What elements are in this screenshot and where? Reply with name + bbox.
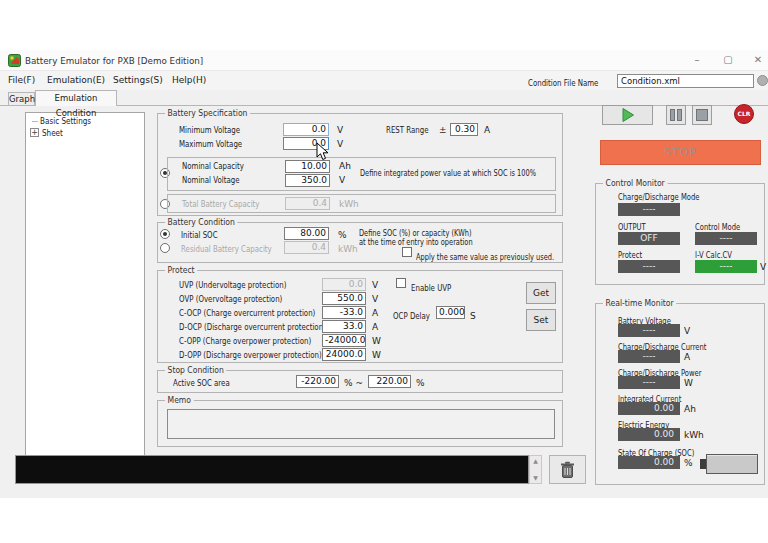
ocp-delay-unit: S (470, 311, 476, 321)
ocp-delay-input[interactable]: 0.000 (436, 306, 465, 319)
tree-line (32, 121, 38, 122)
log-console (15, 455, 529, 484)
battery-condition-group: Battery Condition Initial SOC 80.00 % Re… (157, 222, 563, 263)
soc-area-separator: % ~ (344, 378, 363, 388)
d-opp-input[interactable]: 24000.0 (322, 348, 366, 361)
control-monitor-group: Control Monitor Charge/Discharge Mode --… (595, 183, 765, 285)
charge-discharge-mode-value: ---- (618, 203, 680, 216)
c-opp-input[interactable]: -24000.0 (322, 334, 366, 347)
iv-calc-value: ---- (695, 260, 757, 273)
max-voltage-label: Maximum Voltage (179, 139, 242, 149)
nominal-voltage-unit: V (339, 175, 345, 185)
residual-unit: kWh (338, 244, 358, 254)
enable-uvp-checkbox[interactable] (396, 278, 406, 288)
ocp-delay-label: OCP Delay (393, 311, 430, 321)
mouse-cursor (316, 142, 330, 162)
play-button[interactable] (602, 105, 653, 125)
protect-title: Protect (165, 265, 197, 276)
initial-soc-label: Initial SOC (181, 230, 218, 240)
nominal-capacity-label: Nominal Capacity (182, 161, 244, 171)
settings-tree: Basic Settings Sheet (25, 112, 145, 456)
soc-value: 0.00 (618, 456, 680, 469)
c-opp-unit: W (372, 336, 381, 346)
soc-unit: % (684, 457, 693, 469)
soc-note-line2: at the time of entry into operation (359, 237, 473, 247)
initial-soc-input[interactable]: 80.00 (284, 227, 329, 240)
stop-condition-title: Stop Condition (165, 365, 226, 376)
ovp-unit: V (372, 294, 378, 304)
stop-square-icon (695, 108, 709, 122)
iv-calc-unit: V (760, 261, 766, 273)
electric-energy-unit: kWh (684, 429, 704, 441)
uvp-unit: V (372, 280, 378, 290)
control-mode-value: ---- (695, 232, 757, 245)
d-ocp-label: D-OCP (Discharge overcurrent protection) (179, 322, 326, 332)
nominal-capacity-unit: Ah (339, 161, 351, 171)
rest-range-input[interactable]: 0.30 (450, 123, 478, 136)
min-voltage-input[interactable]: 0.0 (283, 123, 329, 136)
scroll-down-icon[interactable]: ▼ (530, 474, 541, 482)
menu-file[interactable]: File(F) (8, 75, 35, 85)
tab-strip: Graph Emulation Condition (0, 90, 768, 106)
minimize-icon[interactable]: – (688, 52, 706, 68)
ovp-label: OVP (Overvoltage protection) (179, 294, 282, 304)
clr-button[interactable]: CLR (734, 104, 754, 124)
residual-label: Residual Battery Capacity (181, 244, 272, 254)
c-ocp-unit: A (372, 308, 378, 318)
maximize-icon[interactable]: ▢ (719, 52, 737, 68)
tab-emulation-condition[interactable]: Emulation Condition (35, 90, 117, 106)
min-voltage-unit: V (337, 125, 343, 135)
nominal-voltage-input[interactable]: 350.0 (285, 174, 330, 187)
cd-current-value: ---- (618, 350, 680, 363)
menu-settings[interactable]: Settings(S) (113, 75, 163, 85)
output-label: OUTPUT (618, 222, 646, 232)
cd-power-value: ---- (618, 376, 680, 389)
min-voltage-label: Minimum Voltage (179, 125, 240, 135)
rest-range-label: REST Range (386, 125, 429, 135)
pause-button[interactable] (666, 105, 686, 125)
close-icon[interactable]: ✕ (749, 52, 767, 68)
tree-expander-icon[interactable] (30, 128, 39, 137)
condition-file-label: Condition File Name (528, 78, 598, 88)
memo-textarea[interactable] (167, 409, 555, 439)
trash-button[interactable] (549, 455, 586, 484)
total-capacity-box: Total Battery Capacity 0.4 kWh (167, 194, 556, 213)
battery-condition-title: Battery Condition (165, 217, 237, 228)
rest-range-unit: A (484, 125, 490, 135)
integrated-current-unit: Ah (684, 403, 696, 415)
scroll-up-icon[interactable]: ▲ (530, 457, 541, 465)
console-scrollbar[interactable]: ▲ ▼ (529, 455, 542, 484)
soc-area-from-input[interactable]: -220.00 (296, 375, 339, 388)
menu-emulation[interactable]: Emulation(E) (47, 75, 105, 85)
trash-icon (560, 461, 575, 479)
get-button[interactable]: Get (526, 282, 556, 304)
output-value: OFF (618, 232, 680, 245)
nominal-box: Nominal Capacity 10.00 Ah Nominal Voltag… (167, 157, 556, 191)
battery-voltage-value: ---- (618, 324, 680, 337)
tree-item-sheet[interactable]: Sheet (42, 128, 63, 138)
tab-graph[interactable]: Graph (8, 92, 35, 106)
charge-discharge-mode-label: Charge/Discharge Mode (618, 192, 699, 202)
soc-area-to-input[interactable]: 220.00 (368, 375, 411, 388)
residual-radio[interactable] (160, 243, 170, 253)
menu-help[interactable]: Help(H) (172, 75, 206, 85)
condition-file-input[interactable]: Condition.xml (617, 74, 754, 88)
protect-group: Protect UVP (Undervoltage protection) 0.… (157, 270, 563, 363)
cd-current-unit: A (684, 351, 690, 363)
total-capacity-label: Total Battery Capacity (182, 199, 260, 209)
stop-button[interactable]: STOP (600, 140, 761, 165)
c-ocp-input[interactable]: -33.0 (322, 306, 366, 319)
d-ocp-input[interactable]: 33.0 (322, 320, 366, 333)
stop-square-button[interactable] (692, 105, 712, 125)
apply-previous-checkbox[interactable] (402, 247, 412, 257)
play-icon (620, 107, 636, 123)
cd-power-unit: W (684, 377, 693, 389)
ovp-input[interactable]: 550.0 (322, 292, 366, 305)
realtime-monitor-title: Real-time Monitor (603, 298, 676, 309)
title-bar: Battery Emulator for PXB [Demo Edition] … (0, 50, 768, 71)
menu-bar: File(F) Emulation(E) Settings(S) Help(H)… (0, 71, 768, 90)
set-button[interactable]: Set (526, 309, 556, 331)
initial-soc-radio[interactable] (160, 229, 170, 239)
battery-spec-group: Battery Specification Minimum Voltage 0.… (157, 113, 563, 216)
plus-minus-sign: ± (439, 125, 447, 135)
